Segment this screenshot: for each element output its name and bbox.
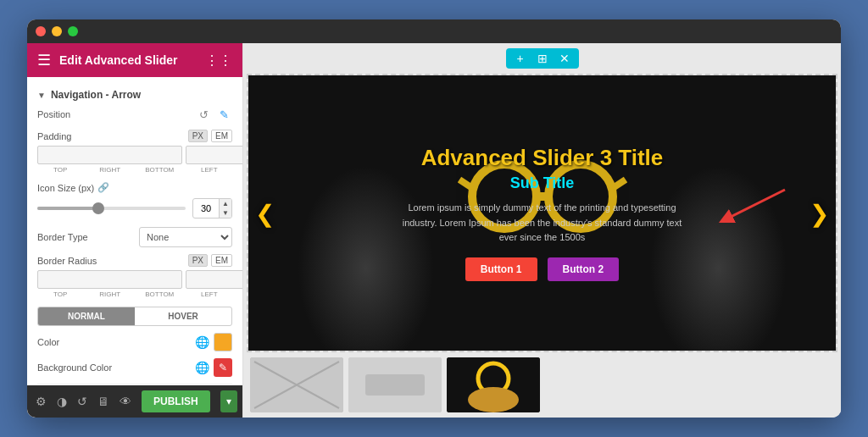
close-widget-icon[interactable]: ✕ xyxy=(557,51,572,66)
widget-toolbar: + ⊞ ✕ xyxy=(506,48,579,69)
bg-color-label: Background Color xyxy=(37,362,112,373)
thumbnail-3-image xyxy=(447,357,540,412)
padding-top-input[interactable] xyxy=(37,146,182,164)
icon-size-slider-track[interactable] xyxy=(37,207,186,210)
padding-label: Padding xyxy=(37,131,188,141)
thumbnail-1-image xyxy=(250,357,343,412)
thumbnail-3[interactable] xyxy=(447,357,540,412)
add-widget-icon[interactable]: + xyxy=(513,51,528,66)
b-left-label: LEFT xyxy=(186,290,233,298)
left-label: LEFT xyxy=(186,166,233,174)
thumbnails-row xyxy=(243,352,841,418)
padding-label-row: Padding PX EM xyxy=(37,130,232,142)
b-right-label: RIGHT xyxy=(87,290,134,298)
grid-widget-icon[interactable]: ⊞ xyxy=(535,51,550,66)
border-px-em-toggle: PX EM xyxy=(188,254,232,267)
slider-button-2[interactable]: Button 2 xyxy=(548,257,620,281)
history-icon[interactable]: ↺ xyxy=(77,395,87,408)
publish-button[interactable]: PUBLISH xyxy=(142,390,210,412)
border-radius-inputs: 🔗 xyxy=(37,270,232,289)
right-panel: + ⊞ ✕ ✎ xyxy=(243,43,841,418)
slider-dots xyxy=(248,351,836,352)
svg-rect-11 xyxy=(365,374,425,396)
slider-main: Advanced Slider 3 Title Sub Title Lorem … xyxy=(248,75,836,351)
bg-color-pencil-icon[interactable]: ✎ xyxy=(214,358,232,377)
section-collapse-icon: ▼ xyxy=(37,91,46,100)
slider-button-1[interactable]: Button 1 xyxy=(465,257,537,281)
padding-right-input[interactable] xyxy=(186,146,242,164)
border-radius-label-row: Border Radius PX EM xyxy=(37,254,232,267)
px-em-toggle: PX EM xyxy=(188,130,232,142)
border-em-button[interactable]: EM xyxy=(211,254,232,267)
em-button[interactable]: EM xyxy=(211,130,232,142)
padding-inputs: 🔗 xyxy=(37,146,232,164)
thumbnail-2-image xyxy=(348,357,442,412)
svg-point-14 xyxy=(468,387,519,412)
slider-subtitle: Sub Title xyxy=(510,174,575,192)
normal-hover-tabs: NORMAL HOVER xyxy=(37,307,232,326)
color-label: Color xyxy=(37,337,59,347)
desktop-icon[interactable]: 🖥 xyxy=(97,395,109,408)
red-annotation-arrow xyxy=(717,185,793,231)
bottom-label: BOTTOM xyxy=(136,166,183,174)
settings-icon[interactable]: ⚙ xyxy=(36,395,47,408)
publish-arrow-button[interactable]: ▾ xyxy=(220,390,237,412)
slider-next-arrow[interactable]: ❯ xyxy=(810,199,829,227)
close-button[interactable] xyxy=(36,26,46,36)
app-body: ☰ Edit Advanced Slider ⋮⋮ ▼ Navigation -… xyxy=(27,43,841,418)
slider-buttons: Button 1 Button 2 xyxy=(465,257,619,281)
border-type-select[interactable]: None xyxy=(139,227,232,247)
color-controls: 🌐 xyxy=(194,333,232,351)
icon-size-label: Icon Size (px) 🔗 xyxy=(37,182,109,193)
thumbnail-2[interactable] xyxy=(348,357,442,412)
panel-content: ▼ Navigation - Arrow Position ↺ ✎ Paddin… xyxy=(27,77,242,385)
border-radius-section: Border Radius PX EM 🔗 TOP xyxy=(37,254,232,298)
slider-title: Advanced Slider 3 Title xyxy=(421,145,664,171)
maximize-button[interactable] xyxy=(68,26,78,36)
color-swatch[interactable] xyxy=(214,333,232,351)
position-reset-icon[interactable]: ↺ xyxy=(195,106,212,123)
icon-size-slider-row: 30 ▲ ▼ xyxy=(37,198,232,218)
slider-container: ✎ Advanced Slider 3 Title xyxy=(247,74,837,352)
border-px-button[interactable]: PX xyxy=(188,254,208,267)
panel-header: ☰ Edit Advanced Slider ⋮⋮ xyxy=(27,43,242,77)
slider-thumb[interactable] xyxy=(92,202,104,214)
border-top-input[interactable] xyxy=(37,270,182,289)
border-sub-labels: TOP RIGHT BOTTOM LEFT xyxy=(37,290,232,298)
eye-icon[interactable]: 👁 xyxy=(120,395,131,408)
border-type-label: Border Type xyxy=(37,232,88,242)
color-globe-icon[interactable]: 🌐 xyxy=(194,335,209,350)
section-navigation-arrow[interactable]: ▼ Navigation - Arrow xyxy=(37,84,232,106)
slider-prev-arrow[interactable]: ❮ xyxy=(255,199,275,227)
slider-down-btn[interactable]: ▼ xyxy=(220,208,231,218)
slider-arrows: ▲ ▼ xyxy=(219,199,231,218)
bg-globe-icon[interactable]: 🌐 xyxy=(194,360,209,375)
panel-title: Edit Advanced Slider xyxy=(59,53,197,67)
border-type-row: Border Type None xyxy=(37,227,232,247)
layers-icon[interactable]: ◑ xyxy=(57,395,67,408)
slider-value-input[interactable]: 30 xyxy=(193,202,219,215)
hamburger-menu-icon[interactable]: ☰ xyxy=(37,51,51,69)
normal-tab[interactable]: NORMAL xyxy=(38,307,135,325)
padding-sub-labels: TOP RIGHT BOTTOM LEFT xyxy=(37,166,232,174)
position-edit-icon[interactable]: ✎ xyxy=(215,106,232,123)
right-label: RIGHT xyxy=(87,166,134,174)
slider-value-box: 30 ▲ ▼ xyxy=(192,198,232,218)
svg-line-6 xyxy=(726,190,785,219)
position-controls: ↺ ✎ xyxy=(195,106,232,123)
titlebar xyxy=(27,19,841,43)
icon-size-link-icon: 🔗 xyxy=(97,182,109,193)
grid-menu-icon[interactable]: ⋮⋮ xyxy=(205,53,232,69)
slider-body-text: Lorem ipsum is simply dummy text of the … xyxy=(398,201,687,246)
panel-footer: ⚙ ◑ ↺ 🖥 👁 PUBLISH ▾ xyxy=(27,385,242,418)
bg-color-row: Background Color 🌐 ✎ xyxy=(37,358,232,377)
border-right-input[interactable] xyxy=(186,270,242,289)
position-label: Position xyxy=(37,109,195,119)
thumbnail-1[interactable] xyxy=(250,357,343,412)
icon-size-row: Icon Size (px) 🔗 xyxy=(37,182,232,193)
px-button[interactable]: PX xyxy=(188,130,208,142)
hover-tab[interactable]: HOVER xyxy=(135,307,231,325)
slider-up-btn[interactable]: ▲ xyxy=(220,199,231,208)
minimize-button[interactable] xyxy=(52,26,62,36)
left-panel: ☰ Edit Advanced Slider ⋮⋮ ▼ Navigation -… xyxy=(27,43,243,418)
